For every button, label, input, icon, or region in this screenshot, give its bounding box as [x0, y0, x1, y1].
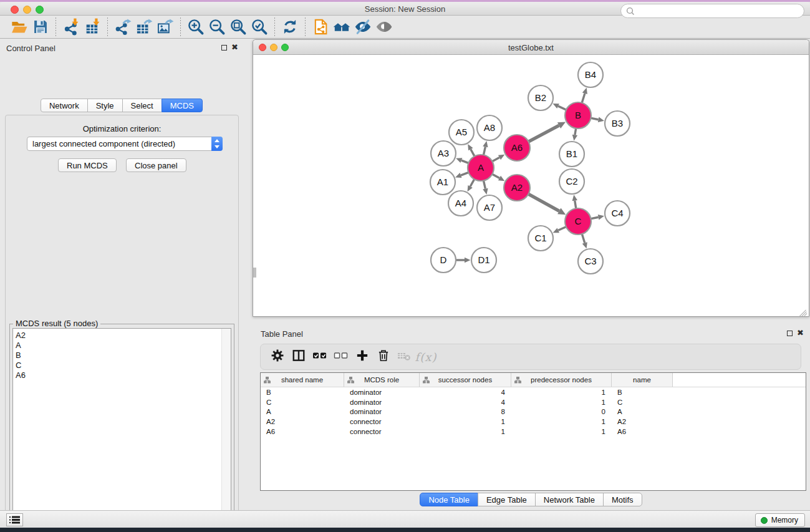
toolbar-separator	[274, 17, 275, 36]
table-row[interactable]: A6connector11A6	[261, 427, 806, 437]
zoom-fit-button[interactable]	[228, 17, 249, 37]
table-row[interactable]: Adominator80A	[261, 407, 806, 417]
network-graph[interactable]: B4B2BB3A8A5A6A3B1AC2A1A2A4A7C4CC1DD1C3	[253, 55, 809, 316]
search-input[interactable]	[635, 4, 804, 17]
tab-edge-table[interactable]: Edge Table	[478, 493, 536, 506]
export-network-button[interactable]	[112, 17, 133, 37]
mcds-result-groupbox: MCDS result (5 nodes) A2ABCA6	[9, 324, 234, 532]
edge-A6-B[interactable]	[528, 125, 559, 142]
float-panel-icon[interactable]	[221, 45, 227, 51]
mcds-result-item[interactable]: A2	[13, 331, 231, 341]
gear-button[interactable]	[267, 346, 288, 367]
control-panel-title: Control Panel	[6, 44, 55, 53]
table-cell: A2	[612, 418, 673, 425]
resize-grip-icon[interactable]	[799, 306, 808, 315]
memory-button[interactable]: Memory	[755, 513, 805, 527]
table-cell: 1	[511, 399, 612, 406]
tab-select[interactable]: Select	[122, 99, 162, 112]
criterion-dropdown[interactable]: largest connected component (directed)	[27, 137, 223, 151]
node-table[interactable]: shared nameMCDS rolesuccessor nodesprede…	[260, 372, 806, 491]
column-header-shared-name[interactable]: shared name	[261, 373, 344, 387]
tab-network-table[interactable]: Network Table	[535, 493, 604, 506]
table-cell: dominator	[344, 408, 420, 415]
mcds-result-item[interactable]: B	[13, 351, 231, 360]
close-table-panel-icon[interactable]: ✖	[797, 328, 804, 337]
edge-A2-C[interactable]	[528, 194, 559, 211]
tab-motifs[interactable]: Motifs	[603, 493, 642, 506]
table-cell: connector	[344, 428, 420, 435]
close-panel-icon[interactable]: ✖	[231, 42, 238, 52]
edge-A-A4[interactable]	[470, 178, 475, 186]
save-button[interactable]	[30, 17, 51, 37]
criterion-value: largest connected component (directed)	[27, 139, 211, 148]
edge-C-C1[interactable]	[558, 226, 566, 230]
task-history-button[interactable]	[6, 513, 23, 526]
mcds-result-item[interactable]: A	[13, 341, 231, 351]
table-row[interactable]: A2connector11A2	[261, 417, 806, 427]
graph-node-label-A8: A8	[484, 122, 495, 133]
edge-arrow-C-C2	[572, 195, 577, 201]
tab-mcds[interactable]: MCDS	[162, 99, 203, 112]
window-edge-grip[interactable]	[253, 268, 256, 278]
import-table-button[interactable]	[82, 17, 103, 37]
export-image-button[interactable]	[155, 17, 176, 37]
gear-icon	[271, 349, 284, 365]
network-canvas[interactable]: B4B2BB3A8A5A6A3B1AC2A1A2A4A7C4CC1DD1C3	[253, 55, 809, 316]
mcds-result-list[interactable]: A2ABCA6	[12, 328, 231, 531]
zoom-in-button[interactable]	[185, 17, 206, 37]
check-pair-button[interactable]	[309, 346, 330, 367]
table-header-row: shared nameMCDS rolesuccessor nodesprede…	[261, 373, 806, 387]
zoom-fit-icon	[229, 18, 247, 36]
scrollbar-track[interactable]	[221, 329, 231, 531]
trash-button[interactable]	[373, 346, 394, 367]
table-row[interactable]: Bdominator41B	[261, 387, 806, 397]
float-table-panel-icon[interactable]	[787, 331, 793, 336]
import-network-button[interactable]	[60, 17, 82, 37]
network-window-titlebar[interactable]: testGlobe.txt	[253, 40, 809, 55]
hide-eye-icon	[354, 18, 372, 36]
uncheck-pair-button[interactable]	[330, 346, 352, 367]
edge-A-A8[interactable]	[483, 147, 485, 155]
split-column-button[interactable]	[288, 346, 309, 367]
table-delete-icon	[397, 349, 413, 364]
network-file-button[interactable]	[310, 17, 331, 37]
check-pair-icon	[312, 350, 328, 364]
graph-node-label-C3: C3	[584, 256, 596, 266]
table-cell: A6	[261, 428, 344, 435]
refresh-button[interactable]	[279, 17, 301, 37]
tab-style[interactable]: Style	[87, 99, 123, 112]
table-cell: 1	[420, 428, 511, 435]
edge-A-A1[interactable]	[461, 172, 469, 175]
home-pair-button[interactable]	[331, 17, 352, 37]
hide-eye-button[interactable]	[352, 17, 374, 37]
column-header-MCDS-role[interactable]: MCDS role	[344, 373, 420, 387]
column-header-predecessor-nodes[interactable]: predecessor nodes	[511, 373, 612, 387]
open-folder-button[interactable]	[9, 17, 30, 37]
mcds-result-item[interactable]: C	[13, 360, 231, 370]
table-row[interactable]: Cdominator41C	[261, 397, 806, 407]
mcds-result-item[interactable]: A6	[13, 370, 231, 380]
edge-A-A2[interactable]	[492, 174, 499, 178]
tab-network[interactable]: Network	[41, 99, 88, 112]
run-mcds-button[interactable]: Run MCDS	[58, 158, 117, 172]
column-header-name[interactable]: name	[612, 373, 673, 387]
zoom-selected-button[interactable]	[249, 17, 270, 37]
edge-A-A6[interactable]	[492, 157, 499, 162]
edge-B-B4[interactable]	[582, 94, 585, 104]
show-eye-button[interactable]	[374, 17, 395, 37]
mcds-tab-content: Optimization criterion: largest connecte…	[5, 115, 239, 532]
zoom-out-icon	[208, 18, 226, 36]
graph-node-label-C2: C2	[566, 176, 577, 186]
tab-node-table[interactable]: Node Table	[420, 493, 478, 506]
plus-button[interactable]	[352, 346, 373, 367]
graph-node-label-B4: B4	[585, 69, 596, 80]
edge-B-B2[interactable]	[558, 106, 567, 110]
export-table-button[interactable]	[133, 17, 155, 37]
close-panel-button[interactable]: Close panel	[126, 158, 186, 172]
toolbar-separator	[55, 17, 56, 36]
edge-C-C3[interactable]	[582, 233, 585, 243]
column-header-successor-nodes[interactable]: successor nodes	[420, 373, 511, 387]
search-box[interactable]	[620, 4, 804, 18]
zoom-out-button[interactable]	[206, 17, 228, 37]
edge-A-A7[interactable]	[483, 180, 485, 189]
